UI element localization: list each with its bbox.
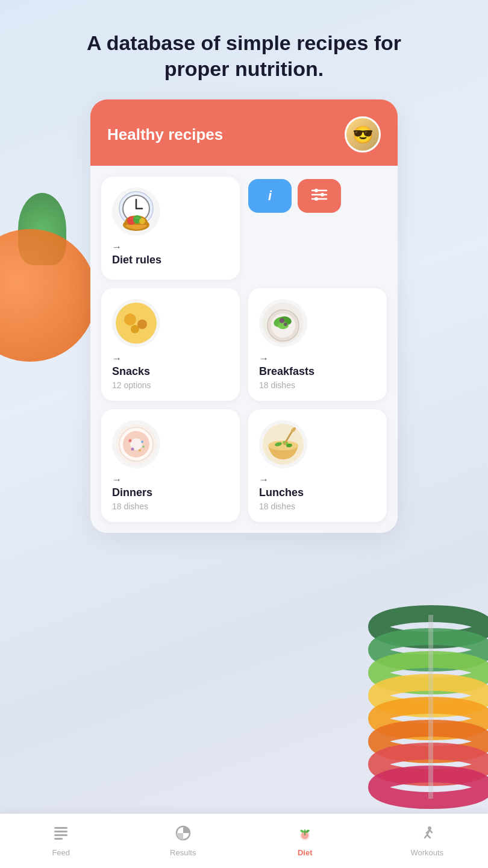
bg-decoration-spiral <box>361 579 488 820</box>
workouts-label: Workouts <box>410 848 443 857</box>
svg-point-33 <box>280 318 284 323</box>
svg-point-34 <box>284 322 287 326</box>
bottom-nav: Feed Results Diet <box>0 814 488 868</box>
svg-point-22 <box>314 197 318 201</box>
nav-item-workouts[interactable]: Workouts <box>366 825 489 857</box>
breakfasts-name: Breakfasts <box>259 365 376 378</box>
page-content: A database of simple recipes for proper … <box>0 0 488 533</box>
svg-point-26 <box>131 325 139 333</box>
svg-point-43 <box>142 445 145 448</box>
workouts-icon <box>419 825 436 846</box>
filter-icon <box>311 187 328 205</box>
snacks-arrow: → <box>112 353 229 364</box>
diet-label: Diet <box>298 848 313 857</box>
lunches-icon <box>259 420 307 468</box>
nav-item-feed[interactable]: Feed <box>0 825 122 857</box>
snacks-name: Snacks <box>112 365 229 378</box>
svg-rect-54 <box>54 838 63 840</box>
svg-point-16 <box>139 218 145 224</box>
card-header: Healthy recipes 😎 <box>90 99 398 166</box>
lunches-sub: 18 dishes <box>259 502 376 511</box>
lunches-name: Lunches <box>259 486 376 499</box>
svg-point-39 <box>129 439 132 442</box>
svg-point-40 <box>141 441 143 443</box>
diet-rules-arrow: → <box>112 242 229 253</box>
info-button[interactable]: i <box>248 179 292 213</box>
svg-point-20 <box>314 189 318 192</box>
card-title: Healthy recipes <box>107 125 223 144</box>
dinners-name: Dinners <box>112 486 229 499</box>
recipe-card-snacks[interactable]: → Snacks 12 options <box>101 288 240 401</box>
recipe-card-lunches[interactable]: → Lunches 18 dishes <box>248 409 387 522</box>
recipe-card-dinners[interactable]: → Dinners 18 dishes <box>101 409 240 522</box>
svg-point-24 <box>124 313 136 326</box>
svg-point-41 <box>139 449 141 451</box>
diet-rules-icon <box>112 187 160 236</box>
action-buttons-container: i <box>248 177 387 280</box>
recipe-card-breakfasts[interactable]: → Breakfasts 18 dishes <box>248 288 387 401</box>
avatar[interactable]: 😎 <box>345 116 381 153</box>
svg-line-62 <box>427 835 430 838</box>
main-card: Healthy recipes 😎 <box>90 99 398 533</box>
breakfasts-icon <box>259 299 307 347</box>
diet-rules-name: Diet rules <box>112 254 229 266</box>
dinners-icon <box>112 420 160 468</box>
results-label: Results <box>170 848 196 857</box>
svg-rect-52 <box>54 831 67 832</box>
results-icon <box>175 825 192 846</box>
snacks-icon <box>112 299 160 347</box>
svg-point-23 <box>116 303 157 344</box>
card-body: → Diet rules i <box>90 166 398 533</box>
breakfasts-arrow: → <box>259 353 376 364</box>
filter-button[interactable] <box>298 179 341 213</box>
svg-rect-53 <box>54 834 67 836</box>
breakfasts-sub: 18 dishes <box>259 380 376 390</box>
dinners-sub: 18 dishes <box>112 502 229 511</box>
page-title: A database of simple recipes for proper … <box>63 30 425 81</box>
diet-icon <box>296 825 313 846</box>
svg-rect-51 <box>54 827 67 829</box>
feed-label: Feed <box>52 848 70 857</box>
nav-item-results[interactable]: Results <box>122 825 245 857</box>
recipe-card-diet-rules[interactable]: → Diet rules <box>101 177 240 280</box>
svg-point-21 <box>321 193 324 197</box>
info-icon: i <box>268 188 272 204</box>
snacks-sub: 12 options <box>112 380 229 390</box>
svg-point-42 <box>131 448 134 451</box>
dinners-arrow: → <box>112 474 229 485</box>
nav-item-diet[interactable]: Diet <box>244 825 366 857</box>
feed-icon <box>52 825 69 846</box>
lunches-arrow: → <box>259 474 376 485</box>
